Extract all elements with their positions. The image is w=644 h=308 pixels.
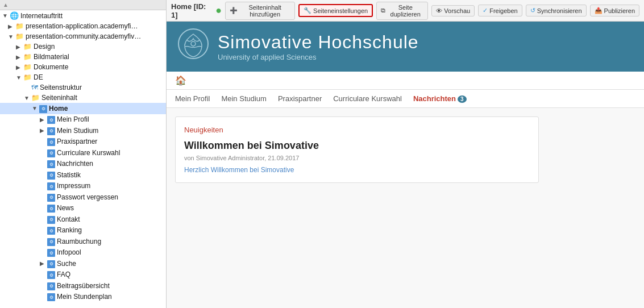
page-nav-bar: 🏠: [167, 72, 644, 90]
sidebar-item-design[interactable]: ▶ 📁 Design: [0, 41, 166, 52]
seiteneinstellungen-button[interactable]: 🔧 Seiteneinstellungen: [298, 4, 373, 17]
vorschau-button[interactable]: 👁 Vorschau: [431, 5, 475, 16]
freigeben-button[interactable]: ✓ Freigeben: [478, 5, 522, 16]
page-icon: ⚙: [47, 259, 55, 268]
sidebar-item-label: Design: [34, 43, 55, 51]
sidebar-item-internetauftritt[interactable]: ▼ 🌐 Internetauftritt: [0, 10, 166, 21]
arrow-icon: ▶: [16, 44, 22, 50]
page-icon: ⚙: [47, 160, 55, 169]
sidebar-item-seitenstruktur[interactable]: 🗺 Seitenstruktur: [0, 82, 166, 93]
page-icon: ⚙: [47, 148, 55, 157]
sidebar-item-mein-stundenplan[interactable]: ⚙ Mein Stundenplan: [0, 292, 166, 303]
btn-label: Seite duplizieren: [387, 4, 423, 18]
sidebar-item-nachrichten[interactable]: ⚙ Nachrichten: [0, 159, 166, 170]
sidebar-item-label: Beitragsübersicht: [57, 282, 110, 290]
news-article-link[interactable]: Herzlich Willkommen bei Simovative: [184, 166, 530, 174]
page-icon: ⚙: [47, 204, 55, 213]
university-header: Simovative Hochschule University of appl…: [167, 22, 644, 72]
folder-icon: 📁: [15, 22, 24, 30]
sidebar-item-label: Home: [49, 105, 68, 113]
sidebar-tree: ▼ 🌐 Internetauftritt ▶ 📁 presentation-ap…: [0, 10, 166, 303]
sidebar-item-mein-profil[interactable]: ▶ ⚙ Mein Profil: [0, 114, 166, 126]
page-icon: ⚙: [47, 293, 55, 302]
home-breadcrumb-icon[interactable]: 🏠: [175, 75, 186, 86]
page-icon: ⚙: [47, 115, 55, 124]
btn-label: Seiteninhalt hinzufügen: [239, 4, 290, 18]
main-content: Home [ID: 1] ● ➕ Seiteninhalt hinzufügen…: [167, 0, 644, 308]
content-area: Neuigkeiten Willkommen bei Simovative vo…: [167, 108, 644, 192]
synchronisieren-button[interactable]: ↺ Synchronisieren: [526, 5, 587, 16]
sidebar-item-label: Mein Profil: [57, 115, 89, 123]
page-icon: ⚙: [47, 182, 55, 191]
sidebar-item-label: News: [57, 204, 74, 212]
news-box: Neuigkeiten Willkommen bei Simovative vo…: [175, 116, 539, 183]
sidebar-item-raumbuchung[interactable]: ⚙ Raumbuchung: [0, 236, 166, 247]
university-logo: [178, 28, 209, 65]
svg-point-0: [178, 29, 208, 59]
sidebar-item-impressum[interactable]: ⚙ Impressum: [0, 181, 166, 192]
sidebar-item-news[interactable]: ⚙ News: [0, 203, 166, 214]
nav-item-nachrichten[interactable]: Nachrichten3: [413, 94, 467, 103]
sidebar-item-ranking[interactable]: ⚙ Ranking: [0, 225, 166, 236]
folder-icon: 📁: [23, 43, 32, 51]
news-article-title: Willkommen bei Simovative: [184, 140, 530, 152]
sidebar-item-home[interactable]: ▼ ⚙ Home: [0, 103, 166, 114]
nav-item-mein-studium[interactable]: Mein Studium: [221, 94, 266, 103]
sidebar-item-presentation-community[interactable]: ▼ 📁 presentation-community.academyfiv…: [0, 31, 166, 41]
sidebar-item-praxispartner[interactable]: ⚙ Praxispartner: [0, 136, 166, 148]
sidebar-item-label: Bildmaterial: [34, 53, 69, 61]
sidebar-item-label: Dokumente: [34, 63, 68, 71]
sidebar-item-suche[interactable]: ▶ ⚙ Suche: [0, 258, 166, 269]
arrow-icon: ▼: [24, 95, 30, 101]
page-icon: ⚙: [47, 237, 55, 246]
sidebar-item-dokumente[interactable]: ▶ 📁 Dokumente: [0, 62, 166, 72]
sidebar-item-curriculare-kurswahl[interactable]: ⚙ Curriculare Kurswahl: [0, 147, 166, 159]
page-icon: ⚙: [47, 270, 55, 280]
sidebar-item-mein-studium[interactable]: ▶ ⚙ Mein Studium: [0, 125, 166, 136]
sidebar-item-seiteninhalt[interactable]: ▼ 📁 Seiteninhalt: [0, 93, 166, 103]
arrow-icon: ▶: [40, 127, 45, 134]
publizieren-button[interactable]: 📤 Publizieren: [590, 5, 639, 16]
seiteninhalt-hinzufuegen-button[interactable]: ➕ Seiteninhalt hinzufügen: [225, 2, 295, 20]
arrow-icon: ▼: [32, 105, 38, 111]
sidebar-item-faq[interactable]: ⚙ FAQ: [0, 269, 166, 281]
sidebar-item-label: Ranking: [57, 226, 82, 234]
sidebar-item-bildmaterial[interactable]: ▶ 📁 Bildmaterial: [0, 52, 166, 62]
sidebar-item-passwort-vergessen[interactable]: ⚙ Passwort vergessen: [0, 192, 166, 203]
folder-icon: 📁: [23, 73, 32, 81]
page-icon: ⚙: [47, 170, 55, 180]
btn-label: Freigeben: [489, 7, 518, 14]
sidebar-item-label: presentation-application.academyfi…: [26, 22, 138, 30]
sidebar-item-label: Impressum: [57, 182, 90, 190]
university-text: Simovative Hochschule University of appl…: [218, 32, 419, 61]
sidebar-item-label: Nachrichten: [57, 160, 93, 168]
arrow-icon: ▶: [40, 116, 45, 123]
nav-menu: Mein Profil Mein Studium Praxispartner C…: [167, 90, 644, 108]
sidebar-item-label: presentation-community.academyfiv…: [26, 32, 141, 40]
sidebar-item-beitragsubersicht[interactable]: ⚙ Beitragsübersicht: [0, 280, 166, 292]
approve-icon: ✓: [483, 7, 488, 14]
page-icon: ⚙: [39, 104, 47, 113]
sidebar-item-label: DE: [34, 73, 43, 81]
sidebar-item-kontakt[interactable]: ⚙ Kontakt: [0, 214, 166, 225]
btn-label: Seiteneinstellungen: [313, 7, 368, 14]
sidebar-item-infopool[interactable]: ⚙ Infopool: [0, 247, 166, 259]
sidebar-item-label: Raumbuchung: [57, 238, 101, 245]
arrow-icon: ▶: [16, 54, 22, 60]
sidebar-item-label: Seitenstruktur: [40, 84, 82, 91]
sidebar-item-de[interactable]: ▼ 📁 DE: [0, 72, 166, 82]
sidebar-item-statistik[interactable]: ⚙ Statistik: [0, 169, 166, 181]
sidebar-item-presentation-application[interactable]: ▶ 📁 presentation-application.academyfi…: [0, 21, 166, 31]
btn-label: Synchronisieren: [537, 7, 582, 14]
nachrichten-badge: 3: [458, 95, 467, 103]
arrow-icon: ▼: [2, 13, 8, 19]
sidebar-header: ▲: [0, 0, 166, 10]
page-icon: ⚙: [47, 248, 55, 257]
seite-duplizieren-button[interactable]: ⧉ Seite duplizieren: [376, 2, 428, 20]
sidebar-item-label: Mein Stundenplan: [57, 293, 112, 301]
arrow-icon: ▼: [16, 74, 22, 81]
nav-item-praxispartner[interactable]: Praxispartner: [278, 94, 322, 103]
university-name: Simovative Hochschule: [218, 32, 419, 53]
nav-item-mein-profil[interactable]: Mein Profil: [175, 94, 210, 103]
nav-item-curriculare-kurswahl[interactable]: Curriculare Kurswahl: [333, 94, 402, 103]
